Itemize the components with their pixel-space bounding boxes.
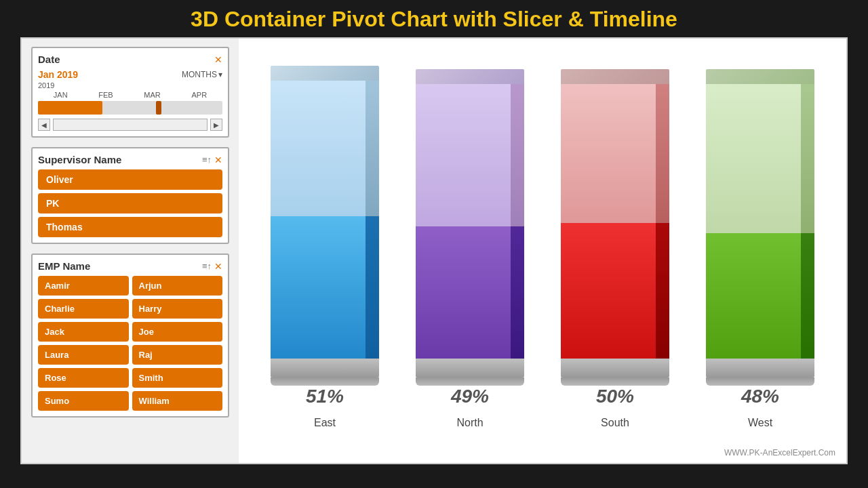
bar-east-empty-front	[271, 81, 366, 216]
supervisor-item-pk[interactable]: PK	[38, 193, 222, 214]
bar-west-container	[706, 69, 814, 386]
emp-item-laura[interactable]: Laura	[38, 345, 129, 365]
bar-south-pct: 50%	[596, 386, 634, 407]
bar-east-pct: 51%	[306, 386, 344, 407]
timeline-period-dropdown[interactable]: MONTHS ▾	[182, 70, 222, 79]
bar-south: 50% South	[561, 69, 669, 429]
bar-west-empty-front	[706, 84, 801, 233]
bar-north-filled	[416, 226, 524, 359]
emp-item-aamir[interactable]: Aamir	[38, 276, 129, 296]
timeline-track[interactable]	[38, 101, 222, 115]
bar-west-filled-side	[801, 233, 814, 359]
emp-title: EMP Name	[38, 260, 90, 272]
bar-west-filled	[706, 233, 814, 359]
bar-north-base	[416, 359, 524, 378]
bar-north-shadow	[416, 378, 524, 386]
main-content: Date ✕ Jan 2019 MONTHS ▾ 2019 JAN FEB MA…	[20, 37, 848, 464]
timeline-icons: ✕	[214, 54, 222, 65]
emp-grid: Aamir Arjun Charlie Harry Jack Joe Laura…	[38, 276, 222, 411]
bar-west-label: West	[748, 417, 772, 429]
emp-item-arjun[interactable]: Arjun	[132, 276, 223, 296]
timeline-scroll-track[interactable]	[53, 119, 208, 131]
bar-north-empty-side	[511, 84, 524, 226]
bar-east-filled-side	[366, 216, 379, 359]
bar-west-empty	[706, 84, 814, 233]
bar-east-top-cap	[271, 66, 379, 81]
bar-east-empty-side	[366, 81, 379, 216]
emp-item-william[interactable]: William	[132, 391, 223, 411]
emp-item-raj[interactable]: Raj	[132, 345, 223, 365]
bar-south-filled-side	[656, 223, 669, 359]
timeline-scroll-row: ◀ ▶	[38, 119, 222, 131]
bar-south-base	[561, 359, 669, 378]
bar-north-filled-side	[511, 226, 524, 359]
bar-west-top-cap	[706, 69, 814, 84]
emp-item-charlie[interactable]: Charlie	[38, 299, 129, 319]
emp-slicer: EMP Name ≡↑ ✕ Aamir Arjun Charlie Harry …	[31, 253, 229, 418]
date-timeline-slicer: Date ✕ Jan 2019 MONTHS ▾ 2019 JAN FEB MA…	[31, 47, 229, 138]
bar-east-filled	[271, 216, 379, 359]
supervisor-title-row: Supervisor Name ≡↑ ✕	[38, 154, 222, 165]
timeline-date-row: Jan 2019 MONTHS ▾	[38, 69, 222, 80]
bar-east-base	[271, 359, 379, 378]
bar-south-top-cap	[561, 69, 669, 84]
chart-panel: 51% East 49%	[239, 39, 846, 463]
watermark: WWW.PK-AnExcelExpert.Com	[724, 448, 835, 458]
bar-east-container	[271, 66, 379, 386]
bar-east-label: East	[314, 417, 336, 429]
emp-item-jack[interactable]: Jack	[38, 322, 129, 342]
bar-east-shadow	[271, 378, 379, 386]
supervisor-item-thomas[interactable]: Thomas	[38, 217, 222, 237]
bar-north-filled-front	[416, 226, 511, 359]
bar-west-shadow	[706, 378, 814, 386]
emp-clear-icon[interactable]: ✕	[214, 261, 222, 272]
page-title: 3D Container Pivot Chart with Slicer & T…	[0, 7, 868, 32]
bar-north: 49% North	[416, 69, 524, 429]
emp-item-smith[interactable]: Smith	[132, 368, 223, 388]
bar-north-label: North	[456, 417, 483, 429]
timeline-scroll-left[interactable]: ◀	[38, 119, 50, 131]
emp-item-sumo[interactable]: Sumo	[38, 391, 129, 411]
supervisor-item-oliver[interactable]: Oliver	[38, 169, 222, 190]
emp-sort-icon[interactable]: ≡↑	[202, 261, 212, 272]
bar-east-empty	[271, 81, 379, 216]
bar-west-base	[706, 359, 814, 378]
supervisor-sort-icon[interactable]: ≡↑	[202, 155, 212, 165]
bar-south-filled	[561, 223, 669, 359]
supervisor-icons: ≡↑ ✕	[202, 155, 222, 165]
chart-area: 51% East 49%	[259, 52, 826, 436]
bar-south-shadow	[561, 378, 669, 386]
bar-south-filled-front	[561, 223, 656, 359]
timeline-title: Date	[38, 54, 60, 65]
bar-north-pct: 49%	[451, 386, 489, 407]
timeline-year: 2019	[38, 81, 222, 89]
emp-item-harry[interactable]: Harry	[132, 299, 223, 319]
bar-south-empty-front	[561, 84, 656, 223]
bar-east: 51% East	[271, 66, 379, 429]
supervisor-clear-icon[interactable]: ✕	[214, 155, 222, 165]
bar-west-empty-side	[801, 84, 814, 233]
bar-south-label: South	[601, 417, 629, 429]
supervisor-title: Supervisor Name	[38, 154, 121, 165]
timeline-selected-date: Jan 2019	[38, 69, 78, 80]
page-header: 3D Container Pivot Chart with Slicer & T…	[0, 0, 868, 37]
bar-north-container	[416, 69, 524, 386]
timeline-clear-icon[interactable]: ✕	[214, 54, 222, 65]
bar-south-empty-side	[656, 84, 669, 223]
supervisor-slicer: Supervisor Name ≡↑ ✕ Oliver PK Thomas	[31, 147, 229, 244]
emp-item-joe[interactable]: Joe	[132, 322, 223, 342]
timeline-month-labels: JAN FEB MAR APR	[38, 91, 222, 99]
bar-north-empty-front	[416, 84, 511, 226]
timeline-handle[interactable]	[156, 101, 161, 115]
bar-north-top-cap	[416, 69, 524, 84]
timeline-scroll-right[interactable]: ▶	[210, 119, 222, 131]
timeline-title-row: Date ✕	[38, 54, 222, 65]
bar-west-pct: 48%	[741, 386, 779, 407]
bar-east-filled-front	[271, 216, 366, 359]
bar-south-empty	[561, 84, 669, 223]
emp-title-row: EMP Name ≡↑ ✕	[38, 260, 222, 272]
left-panel: Date ✕ Jan 2019 MONTHS ▾ 2019 JAN FEB MA…	[22, 39, 239, 463]
bar-south-container	[561, 69, 669, 386]
emp-item-rose[interactable]: Rose	[38, 368, 129, 388]
bar-west-filled-front	[706, 233, 801, 359]
